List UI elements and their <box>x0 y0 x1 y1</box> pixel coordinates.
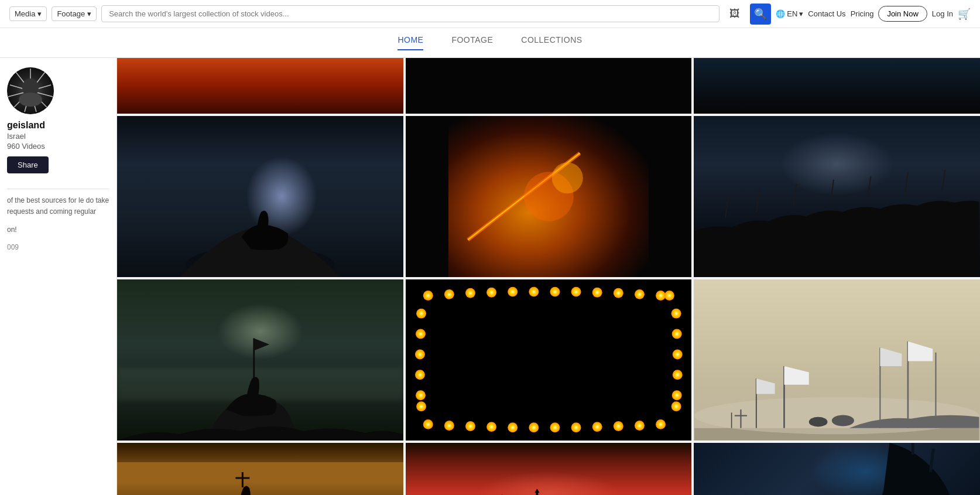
search-button[interactable]: 🔍 <box>750 4 771 25</box>
avatar-image <box>7 67 54 114</box>
svg-line-19 <box>725 196 728 218</box>
location: Israel <box>7 132 109 141</box>
language-selector[interactable]: 🌐 EN ▾ <box>776 9 803 18</box>
svg-point-48 <box>592 422 602 432</box>
footage-chevron-icon: ▾ <box>87 9 91 18</box>
svg-line-23 <box>868 176 871 198</box>
svg-point-62 <box>671 390 681 400</box>
content-area <box>117 58 980 495</box>
svg-point-57 <box>416 401 426 411</box>
video-grid <box>117 58 980 495</box>
svg-point-36 <box>613 288 623 298</box>
sidebar: geisland Israel 960 Videos Share of the … <box>0 58 117 495</box>
tab-footage[interactable]: FOOTAGE <box>451 35 493 50</box>
svg-line-80 <box>931 449 934 472</box>
video-thumb-4[interactable] <box>117 116 403 277</box>
svg-point-33 <box>550 287 560 297</box>
video-thumb-10[interactable] <box>117 443 403 495</box>
svg-point-43 <box>486 422 496 432</box>
svg-point-44 <box>508 422 518 432</box>
svg-point-49 <box>613 421 623 431</box>
header: Media ▾ Footage ▾ 🖼 🔍 🌐 EN ▾ Contact Us … <box>0 0 980 28</box>
globe-icon: 🌐 <box>776 9 785 18</box>
video-thumb-3[interactable] <box>694 58 980 114</box>
svg-point-13 <box>19 93 42 107</box>
svg-point-30 <box>486 288 496 298</box>
lang-chevron-icon: ▾ <box>799 9 803 18</box>
footage-label: Footage <box>57 9 85 18</box>
sidebar-description: of the best sources for le do take reque… <box>7 195 109 217</box>
tab-collections[interactable]: COLLECTIONS <box>521 35 582 50</box>
svg-point-40 <box>423 419 433 429</box>
video-thumb-9[interactable] <box>694 279 980 441</box>
svg-point-18 <box>551 162 582 193</box>
media-chevron-icon: ▾ <box>37 9 42 18</box>
search-input[interactable] <box>101 5 719 22</box>
video-thumb-6[interactable] <box>694 116 980 277</box>
image-search-icon[interactable]: 🖼 <box>724 4 745 25</box>
svg-point-34 <box>571 287 581 297</box>
svg-point-31 <box>508 287 518 297</box>
divider <box>7 189 109 189</box>
svg-point-60 <box>672 349 682 359</box>
video-thumb-11[interactable] <box>406 443 692 495</box>
svg-point-59 <box>671 329 681 339</box>
svg-line-24 <box>905 172 908 194</box>
svg-point-47 <box>571 422 581 432</box>
svg-point-51 <box>656 419 666 429</box>
svg-point-46 <box>550 422 560 432</box>
pricing-link[interactable]: Pricing <box>851 9 874 18</box>
svg-point-63 <box>671 401 681 411</box>
svg-point-35 <box>592 288 602 298</box>
svg-point-42 <box>465 421 475 431</box>
footage-select[interactable]: Footage ▾ <box>52 6 97 21</box>
svg-point-45 <box>529 422 539 432</box>
svg-point-50 <box>635 421 645 431</box>
video-thumb-12[interactable] <box>694 443 980 495</box>
svg-point-37 <box>635 289 645 299</box>
svg-point-73 <box>809 417 828 427</box>
svg-point-38 <box>656 291 666 301</box>
media-select[interactable]: Media ▾ <box>9 6 47 21</box>
svg-point-52 <box>416 309 426 319</box>
cart-icon[interactable]: 🛒 <box>958 8 971 21</box>
svg-point-74 <box>832 415 854 426</box>
svg-line-22 <box>831 180 834 202</box>
main-layout: geisland Israel 960 Videos Share of the … <box>0 58 980 495</box>
svg-point-32 <box>529 287 539 297</box>
svg-point-28 <box>444 289 454 299</box>
video-thumb-1[interactable] <box>117 58 403 114</box>
svg-point-39 <box>664 291 674 301</box>
contact-link[interactable]: Contact Us <box>808 9 845 18</box>
svg-point-29 <box>465 288 475 298</box>
svg-line-25 <box>942 170 945 192</box>
svg-point-53 <box>416 329 426 339</box>
svg-line-20 <box>756 190 759 212</box>
svg-point-61 <box>672 370 682 380</box>
video-count: 960 Videos <box>7 142 109 151</box>
svg-point-56 <box>416 390 426 400</box>
tab-home[interactable]: HOME <box>398 35 423 50</box>
video-thumb-8[interactable] <box>406 279 692 441</box>
svg-point-55 <box>415 370 425 380</box>
lang-label: EN <box>787 9 797 18</box>
share-button[interactable]: Share <box>7 156 49 173</box>
video-thumb-5[interactable] <box>406 116 692 277</box>
media-label: Media <box>15 9 35 18</box>
video-thumb-2[interactable] <box>406 58 692 114</box>
login-link[interactable]: Log In <box>932 9 953 18</box>
svg-point-58 <box>671 309 681 319</box>
svg-point-27 <box>423 291 433 301</box>
sidebar-tagline: on! <box>7 224 109 235</box>
video-thumb-7[interactable] <box>117 279 403 441</box>
svg-point-41 <box>444 421 454 431</box>
svg-point-54 <box>415 349 425 359</box>
join-button[interactable]: Join Now <box>878 6 927 22</box>
avatar <box>7 67 54 114</box>
nav-tabs: HOME FOOTAGE COLLECTIONS <box>0 28 980 58</box>
svg-line-21 <box>794 184 797 206</box>
sidebar-year: 009 <box>7 243 109 251</box>
username: geisland <box>7 120 109 131</box>
